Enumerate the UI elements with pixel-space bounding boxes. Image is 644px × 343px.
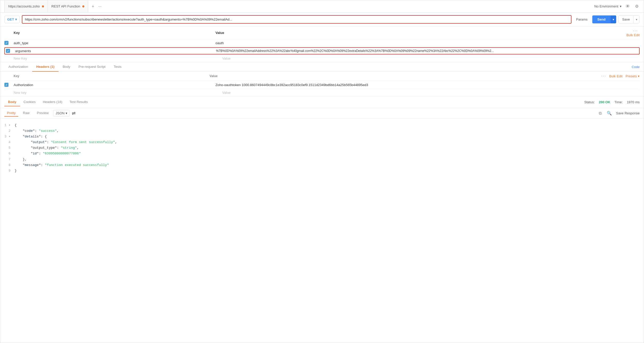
params-bulk-edit-button[interactable]: Bulk Edit (627, 33, 640, 37)
line-content-9: } (15, 168, 640, 174)
header-key-col: Key (14, 74, 210, 78)
tab-rest-api[interactable]: REST API Function (48, 0, 88, 12)
params-more-button[interactable]: ··· (633, 29, 638, 33)
line-num-8: 8 (4, 162, 11, 168)
header-row1-key: Authorization (14, 83, 216, 87)
send-button[interactable]: Send (592, 15, 611, 23)
format-tab-raw[interactable]: Raw (20, 110, 32, 117)
response-body-code: 1 ▾ { 2 "code": "success", 3 ▾ "details"… (0, 118, 644, 178)
line-num-9: 9 (4, 168, 11, 174)
more-tabs-button[interactable]: ··· (97, 3, 103, 10)
copy-response-button[interactable]: ⧉ (598, 110, 603, 117)
line-num-2: 2 (4, 128, 11, 134)
search-response-button[interactable]: 🔍 (606, 110, 613, 117)
key-col-header: Key (14, 31, 216, 35)
param-row1-checkbox[interactable] (4, 41, 8, 45)
code-line-1: 1 ▾ { (4, 123, 640, 128)
line-content-2: "code": "success", (15, 128, 640, 134)
response-status: Status: 200 OK Time: 1970 ms (584, 100, 640, 104)
format-tab-pretty[interactable]: Pretty (4, 110, 18, 117)
response-body-toolbar: Pretty Raw Preview JSON ▾ ⇌ ⧉ 🔍 Save Res… (0, 108, 644, 118)
response-toolbar-right: ⧉ 🔍 Save Response (598, 110, 640, 117)
tabs-left: https://accounts.zoho REST API Function … (4, 0, 105, 12)
code-line-2: 2 "code": "success", (4, 128, 640, 134)
response-tab-cookies[interactable]: Cookies (20, 98, 39, 106)
json-chevron-icon: ▾ (66, 111, 67, 115)
wrap-icon[interactable]: ⇌ (72, 110, 76, 116)
line-content-7: }, (15, 157, 640, 162)
request-bar: GET ▾ Params Send ▾ Save ▾ (0, 13, 644, 26)
add-tab-button[interactable]: + (91, 3, 95, 10)
code-line-9: 9 } (4, 168, 640, 174)
line-num-4: 4 (4, 140, 11, 145)
param-row1-value: oauth (216, 41, 619, 45)
save-response-button[interactable]: Save Response (616, 111, 640, 115)
status-value: 200 OK (599, 100, 610, 104)
new-key-placeholder[interactable]: New Key (14, 57, 222, 60)
code-line-7: 7 }, (4, 157, 640, 162)
section-tabs: Authorization Headers (1) Body Pre-reque… (0, 62, 644, 72)
chevron-down-icon: ▾ (620, 4, 622, 8)
new-header-value-placeholder[interactable]: Value (222, 91, 640, 95)
line-num-7: 7 (4, 157, 11, 162)
headers-presets-button[interactable]: Presets ▾ (625, 74, 640, 78)
top-bar: https://accounts.zoho REST API Function … (0, 0, 644, 13)
response-tab-headers[interactable]: Headers (18) (39, 98, 66, 106)
param-row2-checkbox[interactable] (6, 49, 10, 53)
params-button[interactable]: Params (574, 16, 590, 23)
json-format-selector[interactable]: JSON ▾ (53, 110, 70, 116)
time-label: Time: (614, 100, 623, 104)
header-row1-checkbox[interactable] (4, 83, 8, 87)
line-num-3: 3 ▾ (4, 134, 11, 140)
eye-icon[interactable]: 👁 (625, 3, 631, 10)
method-chevron-icon: ▾ (15, 17, 17, 21)
headers-header-row: Key Value ··· Bulk Edit Presets ▾ (4, 72, 640, 81)
format-tab-preview[interactable]: Preview (34, 110, 51, 117)
tab-actions: + ··· (88, 3, 105, 10)
tab1-label: https://accounts.zoho (8, 4, 40, 8)
tab2-dot (82, 5, 84, 7)
env-selector[interactable]: No Environment ▾ (594, 4, 622, 8)
headers-more-button[interactable]: ··· (601, 74, 606, 78)
url-input[interactable] (22, 16, 571, 23)
params-actions-header: ··· Bulk Edit (619, 29, 640, 37)
settings-icon[interactable]: ⚙ (634, 3, 640, 10)
line-num-5: 5 (4, 145, 11, 151)
code-line-5: 5 "output_type": "string", (4, 145, 640, 151)
tab-prerequest-script[interactable]: Pre-request Script (74, 62, 110, 72)
save-btn-group: Save ▾ (618, 15, 640, 23)
send-dropdown-button[interactable]: ▾ (611, 15, 616, 23)
new-value-placeholder[interactable]: Value (222, 57, 640, 60)
url-input-wrapper (22, 15, 571, 24)
tab-body[interactable]: Body (59, 62, 75, 72)
line-num-6: 6 (4, 151, 11, 156)
params-section: Key Value ··· Bulk Edit auth_type oauth … (0, 26, 644, 62)
code-line-3: 3 ▾ "details": { (4, 134, 640, 140)
response-tab-body[interactable]: Body (4, 98, 20, 106)
line-content-1: { (15, 123, 640, 128)
value-col-header: Value (216, 31, 619, 35)
save-button[interactable]: Save (619, 16, 633, 23)
save-dropdown-button[interactable]: ▾ (633, 16, 639, 23)
new-params-row: New Key Value (4, 55, 640, 62)
send-btn-group: Send ▾ (592, 15, 616, 23)
tab-accounts-zoho[interactable]: https://accounts.zoho (4, 0, 48, 12)
top-right: No Environment ▾ 👁 ⚙ (594, 3, 640, 10)
method-label: GET (7, 17, 14, 21)
tab-tests[interactable]: Tests (110, 62, 126, 72)
line-content-3: "details": { (15, 134, 640, 140)
headers-bulk-edit-button[interactable]: Bulk Edit (609, 74, 622, 78)
app-container: https://accounts.zoho REST API Function … (0, 0, 644, 343)
tab-authorization[interactable]: Authorization (4, 62, 32, 72)
param-row2-key: arguments (15, 49, 216, 53)
line-content-4: "output": "Consent form sent successfull… (15, 140, 640, 145)
new-header-key-placeholder[interactable]: New key (14, 91, 222, 95)
line-content-6: "id": "63095000000077006" (15, 151, 640, 156)
param-row2-value: %7B%0D%0A%09%22emailAddress%22%3A%22abc%… (216, 49, 618, 53)
code-button[interactable]: Code (632, 62, 640, 71)
tab2-label: REST API Function (51, 4, 80, 8)
method-selector[interactable]: GET ▾ (4, 16, 20, 23)
line-content-8: "message": "function executed successful… (15, 162, 640, 168)
tab-headers[interactable]: Headers (1) (32, 62, 59, 72)
response-tab-test-results[interactable]: Test Results (66, 98, 91, 106)
